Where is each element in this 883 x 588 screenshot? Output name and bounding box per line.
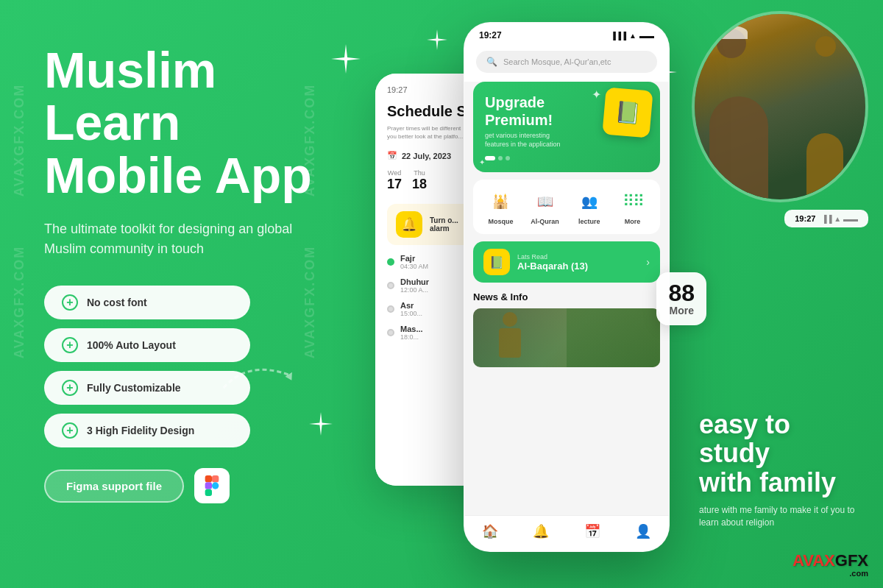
banner-subtitle: get various interesting features in the … (485, 132, 588, 149)
more-badge: 88 More (656, 272, 706, 325)
last-read-info: Lats Read Al-Baqarah (13) (517, 253, 588, 272)
figma-support-button[interactable]: Figma support file (44, 470, 184, 503)
subtitle: The ultimate toolkit for designing an gl… (44, 219, 309, 259)
feature-label-1: No cost font (87, 297, 147, 308)
phones-area: 19:27 Schedule Sh... Prayer times will b… (331, 0, 883, 588)
lecture-icon: 👥 (576, 188, 603, 215)
day-thu: Thu 18 (412, 169, 427, 192)
plus-icon-1: + (62, 294, 78, 311)
banner-dot-3 (506, 156, 510, 160)
more-label: More (625, 218, 641, 225)
svg-marker-5 (286, 370, 296, 380)
plus-icon-2: + (62, 337, 78, 353)
family-photo (692, 11, 868, 202)
day-wed: Wed 17 (387, 169, 402, 192)
head-small (815, 36, 836, 57)
hat-icon (715, 26, 748, 39)
left-panel: Muslim Learn Mobile App The ultimate too… (44, 44, 353, 503)
alarm-text: Turn o... alarm (430, 216, 458, 233)
news-person-silhouette (488, 312, 532, 364)
prayer-dot-asr (387, 305, 394, 313)
banner-title: Upgrade Premium! (485, 93, 603, 129)
nav-more[interactable]: ⠿⠿ More (620, 188, 646, 225)
figma-icon (194, 468, 230, 503)
bottom-calendar[interactable]: 📅 (584, 523, 600, 539)
search-bar-container: 🔍 Search Mosque, Al-Qur'an,etc (464, 45, 669, 82)
feature-label-4: 3 High Fidelity Design (87, 425, 194, 436)
status-time: 19:27 (479, 30, 502, 40)
avaxgfx-logo: AVAX GFX .com (792, 551, 868, 578)
person-silhouette-small (806, 133, 843, 199)
svg-rect-2 (205, 483, 212, 489)
news-green-bg (567, 308, 660, 367)
status-bar: 19:27 ▐▐▐ ▲ ▬▬ (464, 23, 669, 45)
last-read-title: Al-Baqarah (13) (517, 261, 588, 272)
nav-lecture[interactable]: 👥 lecture (576, 188, 603, 225)
alquran-icon: 📖 (532, 188, 558, 215)
banner-sparkle-icon: ✦ (592, 88, 601, 102)
svg-point-4 (212, 483, 219, 489)
mosque-icon: 🕌 (487, 188, 514, 215)
feature-label-2: 100% Auto Layout (87, 339, 176, 351)
bottom-person[interactable]: 👤 (635, 523, 651, 539)
alarm-bell-icon: 🔔 (396, 211, 422, 238)
nav-alquran[interactable]: 📖 Al-Quran (531, 188, 559, 225)
gfx-text: GFX (835, 551, 868, 570)
right-status-bar: 19:27 ▐▐ ▲ ▬▬ (784, 210, 868, 227)
svg-rect-3 (205, 489, 212, 496)
lecture-label: lecture (578, 218, 600, 225)
banner-dot-2 (498, 156, 503, 160)
right-text-panel: easy to study with family ature with me … (699, 410, 868, 529)
alquran-label: Al-Quran (531, 218, 559, 225)
plus-icon-3: + (62, 380, 78, 396)
banner-sparkle-icon-2: ✦ (479, 158, 485, 166)
prayer-dot-fajr (387, 258, 394, 266)
banner-book-icon: 📗 (602, 87, 653, 138)
feature-item-4: + 3 High Fidelity Design (44, 414, 250, 447)
quran-book-icon: 📗 (483, 249, 510, 275)
banner-dot-1 (485, 156, 495, 160)
last-read-card[interactable]: 📗 Lats Read Al-Baqarah (13) › (473, 241, 660, 283)
search-input-mock[interactable]: 🔍 Search Mosque, Al-Qur'an,etc (476, 51, 657, 73)
more-nav-icon: ⠿⠿ (620, 188, 646, 215)
right-status-icons: ▐▐ ▲ ▬▬ (821, 215, 858, 223)
more-number: 88 (668, 281, 695, 305)
prayer-dot-dhuhur (387, 282, 394, 289)
svg-rect-1 (212, 475, 219, 482)
phone-front: 19:27 ▐▐▐ ▲ ▬▬ 🔍 Search Mosque, Al-Qur'a… (464, 22, 670, 552)
avax-red-text: AVAX (792, 551, 835, 570)
photo-placeholder (695, 14, 865, 199)
more-label-text: More (669, 305, 693, 316)
nav-icons-row: 🕌 Mosque 📖 Al-Quran 👥 lecture ⠿⠿ More (473, 180, 660, 234)
banner-card: Upgrade Premium! get various interesting… (473, 82, 660, 172)
status-icons: ▐▐▐ ▲ ▬▬ (611, 32, 654, 40)
feature-list: + No cost font + 100% Auto Layout + Full… (44, 286, 353, 447)
news-section: News & Info (464, 291, 669, 367)
svg-rect-0 (205, 475, 212, 482)
search-placeholder-text: Search Mosque, Al-Qur'an,etc (503, 57, 611, 66)
feature-item-2: + 100% Auto Layout (44, 328, 250, 362)
search-icon: 🔍 (486, 57, 497, 67)
prayer-dot-mas (387, 329, 394, 336)
news-image (473, 308, 660, 367)
feature-label-3: Fully Customizable (87, 382, 181, 394)
mosque-label: Mosque (488, 218, 513, 225)
main-title: Muslim Learn Mobile App (44, 44, 353, 202)
right-subtitle: ature with me family to make it of you t… (699, 504, 868, 529)
plus-icon-4: + (62, 422, 78, 439)
bottom-home[interactable]: 🏠 (482, 523, 498, 539)
right-status-time: 19:27 (795, 214, 815, 223)
right-title: easy to study with family (699, 410, 868, 497)
phone-bottom-nav: 🏠 🔔 📅 👤 (464, 515, 669, 551)
person-silhouette-large (709, 96, 768, 199)
bottom-bell[interactable]: 🔔 (533, 523, 549, 539)
figma-row: Figma support file (44, 468, 353, 503)
nav-mosque[interactable]: 🕌 Mosque (487, 188, 514, 225)
news-title: News & Info (473, 291, 660, 302)
last-read-arrow-icon: › (646, 256, 650, 268)
last-read-label: Lats Read (517, 253, 588, 261)
feature-item-1: + No cost font (44, 286, 250, 319)
banner-dots (485, 156, 648, 160)
